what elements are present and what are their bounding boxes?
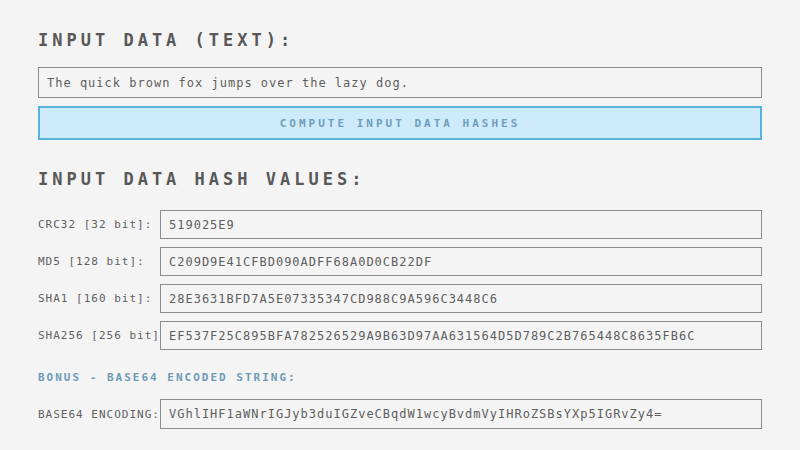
sha1-label: SHA1 [160 bit]: [38, 292, 160, 305]
md5-value-field[interactable] [160, 247, 762, 276]
base64-label: BASE64 ENCODING: [38, 408, 160, 421]
bonus-base64-title: BONUS - BASE64 ENCODED STRING: [38, 371, 762, 384]
crc32-label: CRC32 [32 bit]: [38, 218, 160, 231]
hash-row-base64: BASE64 ENCODING: [38, 399, 762, 429]
crc32-value-field[interactable] [160, 210, 762, 239]
hash-row-md5: MD5 [128 bit]: [38, 247, 762, 276]
md5-label: MD5 [128 bit]: [38, 255, 160, 268]
sha256-label: SHA256 [256 bit]: [38, 329, 160, 342]
hash-tool-page: INPUT DATA (TEXT): COMPUTE INPUT DATA HA… [0, 0, 800, 450]
compute-hashes-button[interactable]: COMPUTE INPUT DATA HASHES [38, 106, 762, 140]
hash-values-title: INPUT DATA HASH VALUES: [38, 169, 762, 189]
hash-row-sha256: SHA256 [256 bit]: [38, 321, 762, 350]
hash-row-crc32: CRC32 [32 bit]: [38, 210, 762, 239]
sha256-value-field[interactable] [160, 321, 762, 350]
base64-value-field[interactable] [160, 399, 762, 429]
input-data-title: INPUT DATA (TEXT): [38, 30, 762, 50]
sha1-value-field[interactable] [160, 284, 762, 313]
input-data-field[interactable] [38, 67, 762, 98]
hash-row-sha1: SHA1 [160 bit]: [38, 284, 762, 313]
